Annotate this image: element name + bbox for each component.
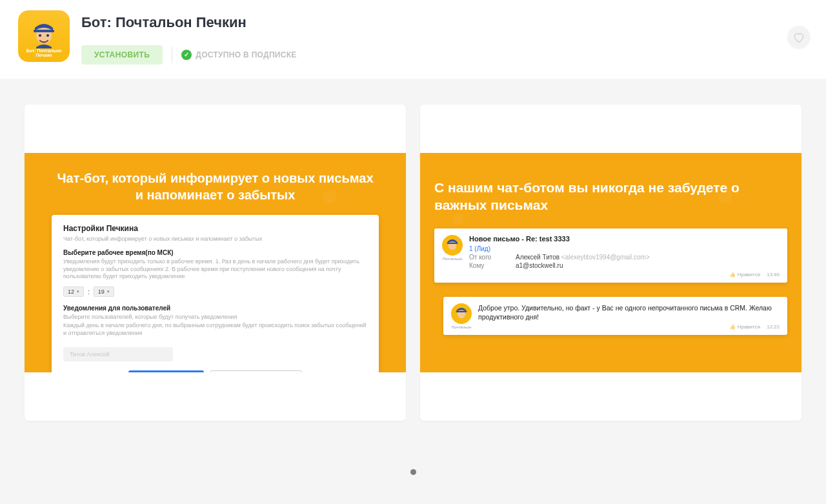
panel-actions: Сохранить Отключить уведомления [63,370,367,372]
gallery-pager [0,459,826,497]
bot-avatar: Почтальон [442,235,463,256]
screenshot-gallery: Чат-бот, который информирует о новых пис… [0,79,826,459]
screenshot-card[interactable]: Чат-бот, который информирует о новых пис… [25,105,406,421]
svg-point-4 [448,241,457,250]
message-meta: Нравится 12:22 [478,324,780,330]
postman-icon [32,21,55,48]
chat-message: Почтальон Новое письмо - Re: test 3333 1… [434,228,787,283]
svg-rect-7 [456,310,467,312]
slide-heading: Чат-бот, который информирует о новых пис… [52,170,379,203]
message-title: Новое письмо - Re: test 3333 [469,235,780,243]
svg-point-2 [39,34,41,37]
slide-heading: С нашим чат-ботом вы никогда не забудете… [434,179,787,214]
from-addr: <alexeytitov1994@gmail.com> [561,254,650,261]
time-from-select[interactable]: 12 [63,287,84,297]
time-label: Выберите рабочее время(по МСК) [63,249,367,256]
lead-link[interactable]: 1 (Лид) [469,245,490,252]
message-body: Новое письмо - Re: test 3333 1 (Лид) От … [469,235,780,277]
to-label: Кому [469,262,516,269]
bot-avatar: Почтальон [451,303,472,324]
settings-subtitle: Чат-бот, который информирует о новых пис… [63,236,367,243]
notif-title: Уведомления для пользователей [63,305,367,312]
mute-button[interactable]: Отключить уведомления [210,370,302,372]
like-button[interactable]: Нравится [729,324,760,330]
message-text: Доброе утро. Удивительно, но факт - у Ва… [478,303,780,321]
message-time: 12:22 [767,324,780,330]
notif-help: Каждый день в начале рабочего дня, по вы… [63,322,367,337]
page-title: Бот: Почтальон Печкин [81,14,808,31]
screenshot-slide-2: С нашим чат-ботом вы никогда не забудете… [420,153,801,372]
subscription-badge: ✓ ДОСТУПНО В ПОДПИСКЕ [181,50,296,60]
chat-message: Почтальон Доброе утро. Удивительно, но ф… [443,297,787,335]
screenshot-slide-1: Чат-бот, который информирует о новых пис… [25,153,406,372]
avatar-label: Почтальон [452,325,471,329]
pager-dot-active[interactable] [410,469,416,475]
svg-rect-1 [34,30,54,32]
app-icon: Бот: Почтальон Печкин [18,10,70,62]
time-separator: : [88,288,90,296]
postman-icon [455,307,468,321]
time-help: Уведомления будут приходить только в раб… [63,258,367,280]
svg-rect-5 [447,242,458,243]
favorite-button[interactable] [787,26,811,49]
time-range-row: 12 : 19 [63,287,367,297]
heart-icon [792,31,805,44]
time-to-select[interactable]: 19 [94,287,114,297]
app-header: Бот: Почтальон Печкин Бот: Почтальон Печ… [0,0,826,79]
subscription-label: ДОСТУПНО В ПОДПИСКЕ [196,50,296,59]
install-button[interactable]: УСТАНОВИТЬ [81,45,163,65]
divider [172,46,172,63]
postman-icon [446,238,459,252]
header-actions: УСТАНОВИТЬ ✓ ДОСТУПНО В ПОДПИСКЕ [81,45,808,65]
message-body: Доброе утро. Удивительно, но факт - у Ва… [478,303,780,330]
screenshot-card[interactable]: С нашим чат-ботом вы никогда не забудете… [420,105,801,421]
app-icon-label: Бот: Почтальон Печкин [18,48,70,58]
svg-point-0 [36,27,52,44]
save-button[interactable]: Сохранить [128,370,204,372]
settings-title: Настройки Печкина [63,224,367,233]
message-time: 13:40 [767,272,780,277]
from-label: От кого [469,254,516,261]
message-meta: Нравится 13:40 [469,272,780,277]
svg-point-3 [46,34,49,37]
settings-panel: Настройки Печкина Чат-бот, который инфор… [52,215,379,372]
from-value: Алексей Титов <alexeytitov1994@gmail.com… [516,254,650,261]
like-button[interactable]: Нравится [729,272,760,277]
user-chip[interactable]: Титов Алексей [63,347,173,361]
header-info: Бот: Почтальон Печкин УСТАНОВИТЬ ✓ ДОСТУ… [81,10,808,65]
svg-point-6 [458,309,466,318]
avatar-label: Почтальон [443,257,462,261]
to-value: a1@stockwell.ru [516,262,563,269]
check-icon: ✓ [181,50,192,60]
from-name: Алексей Титов [516,254,559,261]
notif-sub: Выберите пользователей, которые будут по… [63,314,367,321]
